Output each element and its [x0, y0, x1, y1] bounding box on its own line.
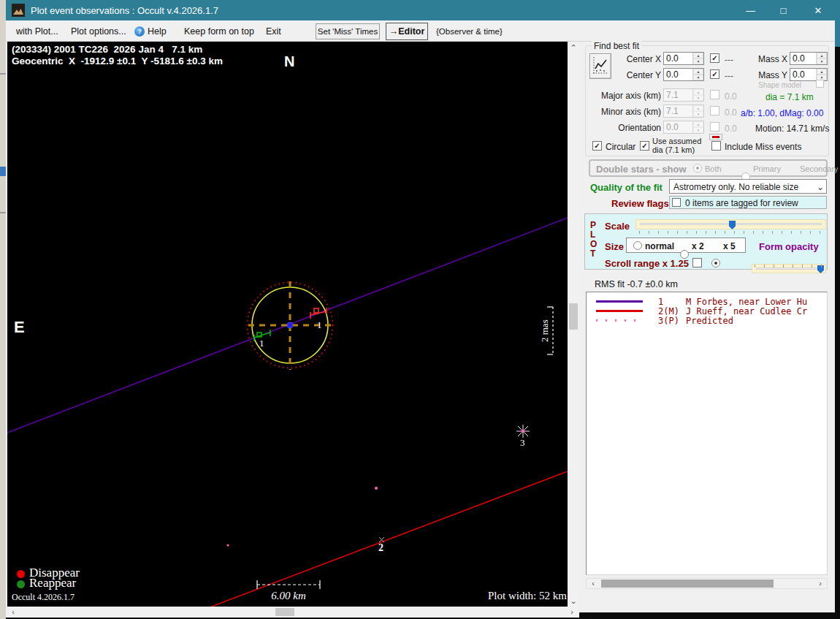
check-icon: ✓: [594, 143, 600, 150]
hscroll-thumb[interactable]: [275, 608, 294, 616]
chord-2-swatch: [596, 310, 643, 312]
legend-scroll-right[interactable]: ›: [815, 579, 825, 588]
scale-slider-thumb[interactable]: [729, 221, 736, 229]
check-icon: ✓: [711, 55, 717, 62]
mas-scale-label: 2 mas: [539, 302, 551, 360]
red-dash-icon: [712, 136, 719, 138]
maximize-button[interactable]: □: [767, 0, 800, 20]
maximize-icon: □: [781, 6, 787, 15]
center-y-spinner[interactable]: 0.0 ▲▼: [663, 68, 704, 81]
chord-legend-list[interactable]: 1 M Forbes, near Lower Hu 2(M) J Rueff, …: [586, 292, 828, 575]
editor-button[interactable]: →Editor: [386, 23, 428, 40]
editor-label: →Editor: [389, 26, 425, 37]
north-label: N: [284, 53, 294, 70]
scroll-right-icon: ›: [819, 580, 822, 588]
fit-graph-button[interactable]: [589, 53, 611, 79]
menu-help[interactable]: Help: [148, 26, 167, 37]
minimize-button[interactable]: —: [734, 0, 767, 20]
scroll-right-arrow[interactable]: ›: [566, 607, 578, 618]
center-x-value[interactable]: 0.0: [664, 53, 692, 64]
center-x-spinner[interactable]: 0.0 ▲▼: [663, 52, 704, 65]
size-x5-radio[interactable]: [711, 259, 720, 267]
mass-x-up[interactable]: ▲: [817, 53, 827, 58]
mass-y-value[interactable]: 0.0: [790, 69, 816, 80]
scroll-right-icon: ›: [570, 608, 573, 616]
dropdown-chevron-icon[interactable]: ⌄: [814, 181, 826, 193]
center-x-checkbox[interactable]: ✓: [710, 53, 719, 63]
major-axis-spinner[interactable]: 7.1 ▲▼: [663, 88, 704, 102]
scroll-range-checkbox[interactable]: [692, 258, 702, 267]
size-normal-label: normal: [645, 241, 674, 251]
plot-area[interactable]: 1 1 2 3: [7, 42, 568, 607]
mass-x-down[interactable]: ▼: [817, 58, 827, 64]
help-icon: ?: [134, 26, 145, 37]
major-axis-value: 7.1: [664, 89, 692, 101]
legend-scroll-left[interactable]: ‹: [588, 579, 598, 588]
minimize-icon: —: [746, 6, 755, 15]
mass-y-up[interactable]: ▲: [817, 69, 827, 75]
close-button[interactable]: ✕: [800, 0, 836, 20]
mass-x-label: Mass X: [752, 54, 787, 64]
center-y-up[interactable]: ▲: [693, 69, 703, 75]
chord-color-button[interactable]: [709, 134, 722, 140]
orientation-down: ▼: [693, 127, 703, 133]
center-y-checkbox[interactable]: ✓: [710, 69, 719, 79]
app-icon-mountain: [13, 9, 23, 15]
major-axis-flag: 0.0: [725, 91, 737, 102]
minor-axis-flag: 0.0: [725, 107, 737, 118]
menu-keep-on-top[interactable]: Keep form on top: [184, 26, 254, 37]
plot-hscrollbar[interactable]: ‹ ›: [6, 607, 579, 618]
plot-header-line1: (203334) 2001 TC226 2026 Jan 4 7.1 km: [12, 44, 202, 55]
minor-axis-spinner[interactable]: 7.1 ▲▼: [663, 105, 704, 118]
legend-hscrollbar[interactable]: ‹ ›: [586, 578, 828, 589]
reappear-legend-label: Reappear: [29, 576, 76, 590]
mass-x-value[interactable]: 0.0: [790, 53, 816, 64]
orientation-value: 0.0: [664, 121, 692, 133]
occult-version-label: Occult 4.2026.1.7: [12, 592, 75, 603]
quality-dropdown[interactable]: Astrometry only. No reliable size ⌄: [669, 179, 827, 194]
vscroll-thumb[interactable]: [569, 303, 578, 330]
use-assumed-checkbox[interactable]: ✓: [640, 141, 649, 151]
center-y-down[interactable]: ▼: [693, 75, 703, 80]
legend-num: 3(P): [658, 316, 679, 326]
major-axis-label: Major axis (km): [595, 91, 661, 101]
rms-fit-label: RMS fit -0.7 ±0.0 km: [595, 279, 678, 289]
plot-vscrollbar[interactable]: ⌃ ⌄: [568, 42, 579, 607]
include-miss-checkbox[interactable]: [711, 141, 721, 151]
set-miss-times-button[interactable]: Set 'Miss' Times: [316, 23, 380, 39]
opacity-slider-ticks: [755, 265, 823, 267]
legend-row[interactable]: 3(P) Predicted: [587, 316, 828, 325]
scroll-up-arrow[interactable]: ⌃: [568, 42, 579, 53]
scroll-left-icon: ‹: [12, 608, 15, 616]
scroll-down-arrow[interactable]: ⌄: [568, 595, 579, 607]
double-stars-group: Double stars - show Both Primary Seconda…: [589, 159, 828, 177]
orientation-spinner[interactable]: 0.0 ▲▼: [663, 121, 704, 134]
major-axis-checkbox: [710, 90, 719, 99]
center-y-label: Center Y: [617, 70, 661, 80]
scroll-left-arrow[interactable]: ‹: [7, 607, 19, 618]
legend-row[interactable]: 1 M Forbes, near Lower Hu: [587, 297, 828, 306]
circular-checkbox[interactable]: ✓: [592, 141, 602, 151]
scale-slider-ticks: [639, 231, 823, 234]
shape-model-label: Shape model: [758, 81, 801, 89]
center-x-down[interactable]: ▼: [693, 58, 703, 64]
double-stars-secondary-label: Secondary: [800, 164, 839, 173]
predicted-dot: [375, 487, 378, 490]
mass-x-spinner[interactable]: 0.0 ▲▼: [790, 52, 828, 65]
size-normal-radio[interactable]: [633, 241, 642, 250]
motion-label: Motion: 14.71 km/s: [755, 124, 829, 134]
review-flags-checkbox[interactable]: [672, 198, 681, 207]
plot-header-line2: Geocentric X -1912.9 ±0.1 Y -5181.6 ±0.3…: [12, 56, 223, 67]
scale-slider[interactable]: [635, 219, 826, 229]
legend-row[interactable]: 2(M) J Rueff, near Cudlee Cr: [587, 306, 828, 316]
plot-vertical-l: L: [590, 229, 595, 240]
chord-2-red-line: [183, 471, 568, 607]
center-y-value[interactable]: 0.0: [664, 69, 692, 80]
shape-model-checkbox[interactable]: [816, 80, 824, 88]
menu-plot-options[interactable]: Plot options...: [71, 26, 126, 37]
menu-exit[interactable]: Exit: [266, 26, 281, 37]
station-2-label: 2: [378, 542, 383, 553]
center-x-up[interactable]: ▲: [693, 53, 703, 58]
legend-hscroll-thumb[interactable]: [601, 580, 774, 588]
menu-with-plot[interactable]: with Plot...: [16, 26, 58, 37]
